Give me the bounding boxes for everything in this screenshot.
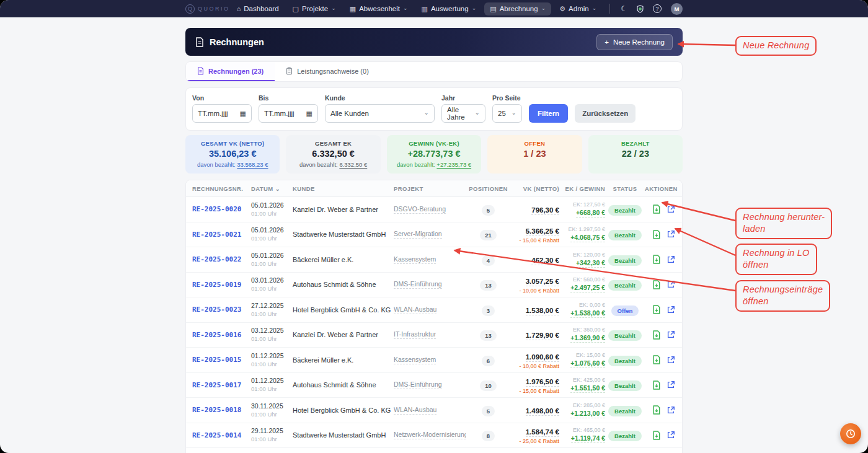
table-row[interactable]: RE-2025-0020 05.01.202601:00 Uhr Kanzlei… — [186, 197, 682, 222]
privacy-shield-button[interactable] — [633, 5, 647, 13]
date-to-input[interactable]: TT.mm.jjjj▦ — [259, 104, 318, 123]
nav-item[interactable]: ▥ Auswertung ⌄ — [416, 2, 482, 15]
page-title: Rechnungen — [195, 37, 264, 47]
open-in-lo-button[interactable] — [666, 330, 676, 340]
status-badge: Bezahlt — [608, 356, 642, 366]
invoice-number-link[interactable]: RE-2025-0018 — [192, 406, 251, 414]
open-in-lo-button[interactable] — [666, 355, 676, 365]
top-navbar: Q QUORIO ⌂ Dashboard ⌄ ▢ Proj — [0, 0, 868, 17]
download-invoice-button[interactable] — [652, 330, 662, 340]
open-in-lo-button[interactable] — [666, 305, 676, 315]
invoice-number-link[interactable]: RE-2025-0019 — [192, 281, 251, 289]
invoice-number-link[interactable]: RE-2025-0020 — [192, 205, 251, 213]
open-in-lo-button[interactable] — [666, 205, 676, 214]
per-page-select[interactable]: 25⌄ — [492, 104, 522, 123]
nav-item-icon: ⌂ — [237, 5, 241, 12]
download-invoice-button[interactable] — [652, 430, 662, 440]
download-invoice-button[interactable] — [652, 229, 662, 239]
invoice-number-link[interactable]: RE-2025-0014 — [192, 431, 251, 439]
summary-card: BEZAHLT 22 / 23 — [588, 135, 683, 174]
summary-card-value: +28.773,73 € — [391, 149, 477, 159]
download-invoice-button[interactable] — [652, 255, 662, 265]
nav-item-label: Projekte — [302, 5, 328, 12]
date-from-input[interactable]: TT.mm.jjjj▦ — [192, 104, 252, 123]
invoice-icon — [197, 67, 204, 75]
table-row[interactable]: RE-2025-0018 30.11.202501:00 Uhr Hotel B… — [186, 398, 682, 423]
logo-icon: Q — [185, 4, 195, 14]
invoice-date: 03.01.202601:00 Uhr — [251, 276, 293, 292]
open-in-lo-button[interactable] — [666, 380, 676, 390]
table-row[interactable]: RE-2025-0023 27.12.202501:00 Uhr Hotel B… — [186, 297, 682, 323]
ek-gewinn: EK: 560,00 € +2.497,25 € — [570, 276, 605, 292]
download-invoice-button[interactable] — [652, 405, 662, 415]
project-name: Server-Migration — [394, 230, 442, 239]
tab-leistungsnachweise[interactable]: Leistungsnachweise (0) — [275, 62, 380, 81]
tab-bar: Rechnungen (23) Leistungsnachweise (0) — [185, 61, 683, 82]
status-badge: Bezahlt — [608, 406, 642, 416]
vk-amount: 796,30 € — [531, 204, 559, 215]
download-icon — [652, 355, 661, 364]
open-in-lo-button[interactable] — [666, 279, 676, 289]
invoice-number-link[interactable]: RE-2025-0015 — [192, 356, 251, 364]
positions-badge: 13 — [480, 330, 497, 341]
external-link-icon — [666, 406, 675, 415]
table-row[interactable]: RE-2025-0017 01.12.202501:00 Uhr Autohau… — [186, 373, 682, 398]
table-row[interactable]: RE-2025-0016 03.12.202501:00 Uhr Kanzlei… — [186, 323, 682, 348]
invoice-number-link[interactable]: RE-2025-0016 — [192, 331, 251, 339]
filter-bis-label: Bis — [259, 94, 318, 102]
reset-button[interactable]: Zurücksetzen — [575, 104, 636, 123]
calendar-icon: ▦ — [240, 110, 246, 118]
table-row[interactable]: RE-2025-0021 05.01.202601:00 Uhr Stadtwe… — [186, 222, 682, 248]
status-badge: Offen — [611, 306, 639, 316]
open-in-lo-button[interactable] — [666, 405, 676, 415]
download-icon — [652, 255, 661, 264]
nav-item[interactable]: ⌂ Dashboard ⌄ — [231, 2, 285, 15]
invoice-number-link[interactable]: RE-2025-0017 — [192, 381, 251, 389]
customer-name: Hotel Bergblick GmbH & Co. KG — [293, 407, 394, 414]
download-invoice-button[interactable] — [652, 279, 662, 289]
user-avatar[interactable]: M — [671, 3, 683, 15]
nav-item[interactable]: ▤ Abrechnung ⌄ — [484, 2, 551, 15]
nav-item[interactable]: ▦ Abwesenheit ⌄ — [344, 2, 414, 15]
open-in-lo-button[interactable] — [666, 255, 676, 265]
col-rechnungsnr: RECHNUNGSNR. — [192, 185, 251, 192]
invoice-number-link[interactable]: RE-2025-0023 — [192, 306, 251, 314]
download-invoice-button[interactable] — [652, 355, 662, 365]
table-row[interactable]: RE-2025-0011 04.11.2025 Stadtwerke Muste… — [186, 448, 682, 453]
positions-badge: 10 — [480, 380, 497, 391]
year-select[interactable]: Alle Jahre⌄ — [441, 104, 485, 123]
summary-card-label: OFFEN — [491, 140, 578, 147]
status-badge: Bezahlt — [608, 230, 642, 240]
customer-select[interactable]: Alle Kunden⌄ — [325, 104, 435, 123]
summary-card-label: BEZAHLT — [592, 140, 679, 147]
vk-amount: 1.498,00 € — [526, 405, 559, 416]
table-row[interactable]: RE-2025-0022 05.01.202601:00 Uhr Bäckere… — [186, 247, 682, 273]
invoice-number-link[interactable]: RE-2025-0021 — [192, 231, 251, 239]
invoice-table: RECHNUNGSNR. DATUM ⌄ KUNDE PROJEKT POSIT… — [185, 180, 683, 453]
chevron-down-icon: ⌄ — [541, 5, 546, 11]
open-in-lo-button[interactable] — [666, 229, 676, 239]
invoice-number-link[interactable]: RE-2025-0022 — [192, 255, 251, 263]
filter-button[interactable]: Filtern — [529, 104, 568, 123]
nav-item-label: Admin — [569, 5, 589, 12]
table-row[interactable]: RE-2025-0015 01.12.202501:00 Uhr Bäckere… — [186, 348, 682, 373]
external-link-icon — [666, 230, 675, 239]
time-tracking-fab[interactable] — [840, 423, 861, 444]
invoice-date: 05.01.202601:00 Uhr — [251, 201, 293, 218]
summary-card: GESAMT EK 6.332,50 € davon bezahlt: 6.33… — [286, 135, 380, 174]
download-invoice-button[interactable] — [652, 305, 662, 315]
new-invoice-button[interactable]: + Neue Rechnung — [596, 34, 673, 50]
download-invoice-button[interactable] — [652, 205, 662, 214]
tab-rechnungen[interactable]: Rechnungen (23) — [186, 62, 275, 81]
col-datum-sort[interactable]: DATUM ⌄ — [251, 185, 293, 192]
help-button[interactable]: ? — [650, 4, 665, 13]
customer-name: Stadtwerke Musterstadt GmbH — [293, 431, 394, 439]
vk-amount: 5.366,25 € - 15,00 € Rabatt — [519, 225, 559, 244]
nav-item[interactable]: ▢ Projekte ⌄ — [287, 2, 342, 15]
download-invoice-button[interactable] — [652, 380, 662, 390]
table-row[interactable]: RE-2025-0019 03.01.202601:00 Uhr Autohau… — [186, 273, 682, 298]
open-in-lo-button[interactable] — [666, 430, 676, 440]
dark-mode-toggle[interactable]: ☾ — [618, 4, 631, 13]
table-row[interactable]: RE-2025-0014 29.11.202501:00 Uhr Stadtwe… — [186, 423, 682, 449]
nav-item[interactable]: ⚙ Admin ⌄ — [554, 2, 602, 15]
